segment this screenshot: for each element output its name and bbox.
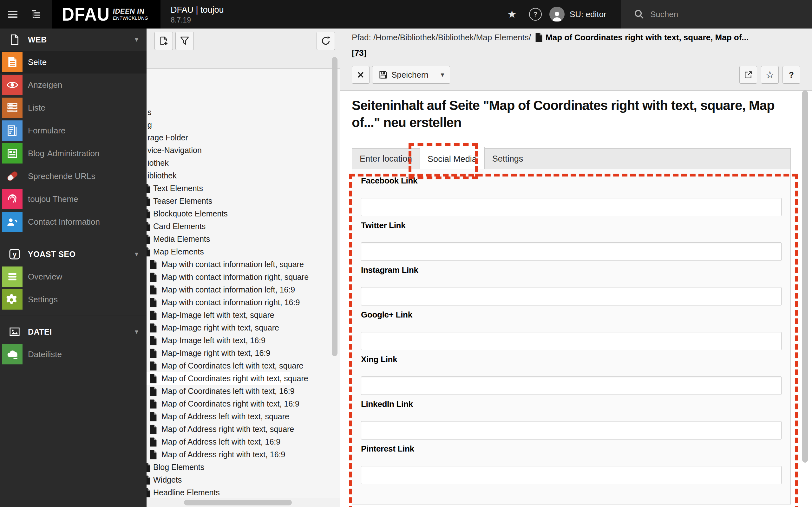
tab-enter-location[interactable]: Enter location <box>352 149 420 169</box>
cloud-list-icon <box>2 344 22 364</box>
yoast-icon: y <box>8 248 21 261</box>
filter-icon[interactable] <box>175 32 194 50</box>
form-field-linkedin-link: LinkedIn Link <box>361 399 781 440</box>
bookmark-star-icon[interactable]: ★ <box>503 0 521 29</box>
tree-item-label: rage Folder <box>148 133 188 142</box>
sidebar-item-toujou-theme[interactable]: toujou Theme <box>0 187 147 210</box>
tree-item-label: Map with contact information left, squar… <box>161 260 304 269</box>
page-icon <box>149 386 157 396</box>
doc-header: Pfad: /Home/Bibliothek/Bibliothek/Map El… <box>340 29 812 91</box>
bookmark-outline-icon[interactable]: ☆ <box>761 66 779 83</box>
tab-social-media[interactable]: Social Media <box>420 147 485 169</box>
help-icon[interactable]: ? <box>526 0 545 29</box>
instagram-link-input[interactable] <box>361 287 781 305</box>
page-icon <box>535 32 543 43</box>
breadcrumb: Pfad: /Home/Bibliothek/Bibliothek/Map El… <box>352 32 749 43</box>
article-icon <box>2 143 22 164</box>
tree-item-label: Map-Image right with text, square <box>161 323 279 332</box>
tree-item-label: Map of Address left with text, 16:9 <box>161 437 281 446</box>
sidebar-item-overview[interactable]: Overview <box>0 265 147 288</box>
facebook-link-input[interactable] <box>361 198 781 216</box>
sidebar-section-yoast-seo[interactable]: y YOAST SEO ▾ <box>0 243 147 265</box>
tree-item-label: Widgets <box>153 475 182 484</box>
form-icon <box>2 120 22 141</box>
sidebar-section-label: YOAST SEO <box>28 250 75 259</box>
refresh-icon[interactable] <box>316 32 335 50</box>
sidebar-item-seite[interactable]: Seite <box>0 51 147 73</box>
page-icon <box>149 361 157 371</box>
page-icon <box>149 424 157 435</box>
menu-icon[interactable] <box>3 0 23 29</box>
tree-item-label: ibliothek <box>148 171 177 180</box>
tree-item-label: Blog Elements <box>153 463 204 471</box>
top-bar: DFAU IDEEN IN ENTWICKLUNG DFAU | toujou … <box>0 0 812 29</box>
google-link-input[interactable] <box>361 332 781 350</box>
sidebar-item-dateiliste[interactable]: Dateiliste <box>0 343 147 366</box>
pinterest-link-input[interactable] <box>361 466 781 484</box>
new-page-icon[interactable] <box>154 32 173 50</box>
tree-item-label: iothek <box>148 158 169 167</box>
sidebar-section-label: DATEI <box>28 327 52 337</box>
svg-text:y: y <box>13 250 17 258</box>
tree-item-label: Map with contact information left, 16:9 <box>161 285 295 294</box>
tree-horizontal-scrollbar[interactable] <box>184 500 292 505</box>
open-in-new-window-icon[interactable] <box>740 66 757 83</box>
xing-link-input[interactable] <box>361 377 781 395</box>
sidebar-item-liste[interactable]: Liste <box>0 96 147 119</box>
tree-item-label: Map-Image left with text, 16:9 <box>161 336 265 345</box>
search-placeholder: Suchen <box>650 9 678 19</box>
page-icon <box>149 399 157 409</box>
tree-item-label: Map of Coordinates right with text, squa… <box>161 374 308 383</box>
fingerprint-icon <box>2 189 22 209</box>
main-vertical-scrollbar[interactable] <box>802 90 808 463</box>
page-icon <box>149 412 157 422</box>
linkedin-link-input[interactable] <box>361 421 781 440</box>
contact-icon <box>2 212 22 232</box>
page-icon <box>149 310 157 320</box>
page-icon <box>149 437 157 447</box>
breadcrumb-path: Pfad: /Home/Bibliothek/Bibliothek/Map El… <box>352 33 531 43</box>
sidebar-item-settings[interactable]: Settings <box>0 288 147 311</box>
tree-item-label: Map-Image left with text, square <box>161 311 274 320</box>
sidebar-item-sprechende-urls[interactable]: Sprechende URLs <box>0 165 147 187</box>
sidebar-item-blog-administration[interactable]: Blog-Administration <box>0 142 147 165</box>
search-input[interactable]: Suchen <box>621 0 812 29</box>
sidebar-item-contact-information[interactable]: Contact Information <box>0 210 147 233</box>
tree-item-label: Text Elements <box>153 184 203 193</box>
page-icon <box>149 272 157 282</box>
tab-settings[interactable]: Settings <box>485 149 531 169</box>
field-label: Facebook Link <box>361 176 781 185</box>
sidebar-item-label: Blog-Administration <box>28 149 99 158</box>
page-title: Seiteninhalt auf Seite "Map of Coordinat… <box>352 97 783 131</box>
page-icon <box>149 374 157 384</box>
page-icon <box>149 323 157 333</box>
form-field-xing-link: Xing Link <box>361 354 781 395</box>
tree-vertical-scrollbar[interactable] <box>332 57 338 356</box>
twitter-link-input[interactable] <box>361 242 781 261</box>
tree-item-label: Map of Coordinates left with text, squar… <box>161 361 303 370</box>
page-icon <box>149 336 157 346</box>
close-button[interactable] <box>352 66 369 83</box>
sidebar-section-web[interactable]: WEB ▾ <box>0 29 147 51</box>
page-icon <box>149 285 157 295</box>
sidebar-item-formulare[interactable]: Formulare <box>0 119 147 142</box>
tree-item-label: g <box>148 120 152 129</box>
tree-item-label: Map with contact information right, 16:9 <box>161 298 300 307</box>
sidebar-section-datei[interactable]: DATEI ▾ <box>0 321 147 343</box>
form-field-pinterest-link: Pinterest Link <box>361 444 781 484</box>
username-label: SU: editor <box>570 9 606 19</box>
user-menu[interactable]: SU: editor <box>549 0 606 29</box>
content-area: Pfad: /Home/Bibliothek/Bibliothek/Map El… <box>340 29 812 507</box>
pagetree-toggle-icon[interactable] <box>26 0 46 29</box>
tree-item-label: Map Elements <box>153 247 204 256</box>
eye-icon <box>2 75 22 95</box>
chevron-down-icon: ▾ <box>135 250 138 258</box>
docheader-help-button[interactable]: ? <box>782 66 800 83</box>
save-button[interactable]: Speichern <box>372 66 435 83</box>
save-options-dropdown[interactable]: ▾ <box>435 66 450 83</box>
sidebar-item-anzeigen[interactable]: Anzeigen <box>0 73 147 96</box>
breadcrumb-page-title: Map of Coordinates right with text, squa… <box>546 33 749 43</box>
tree-item-label: Map of Coordinates right with text, 16:9 <box>161 399 299 408</box>
form-field-twitter-link: Twitter Link <box>361 221 781 261</box>
search-icon <box>634 9 645 20</box>
